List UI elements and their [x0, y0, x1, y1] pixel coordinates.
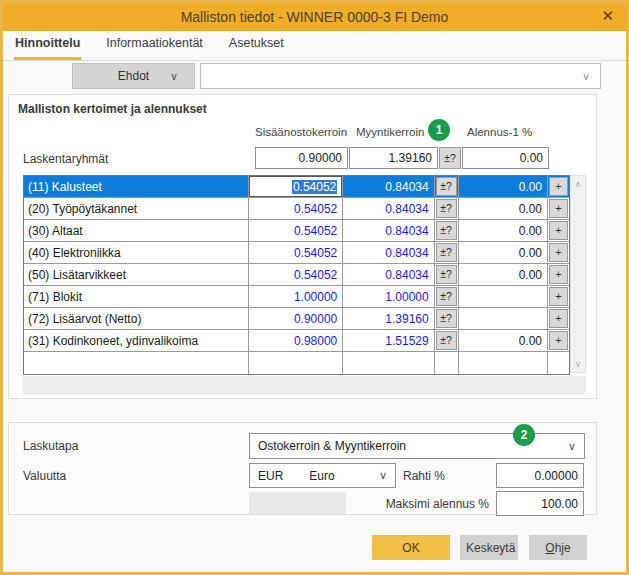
table-row[interactable]: (40) Elektroniikka 0.54052 0.84034 ±? 0.…: [24, 242, 569, 264]
sales-factor-cell[interactable]: 0.84034: [343, 242, 434, 264]
tab-hinnoittelu[interactable]: Hinnoittelu: [14, 30, 81, 60]
purchase-factor-cell[interactable]: 1.00000: [249, 286, 343, 308]
tab-informaatiokentat[interactable]: Informaatiokentät: [105, 30, 204, 60]
rahti-input[interactable]: 0.00000: [496, 463, 584, 488]
disabled-field: [249, 492, 346, 514]
plusminus-button[interactable]: ±?: [436, 243, 457, 262]
ok-button[interactable]: OK: [372, 535, 450, 560]
add-row-button[interactable]: +: [549, 287, 568, 306]
sales-factor-cell[interactable]: 0.84034: [343, 220, 434, 242]
purchase-factor-cell[interactable]: 0.54052: [249, 264, 343, 286]
pm-cell: ±?: [435, 176, 459, 198]
row-label: (11) Kalusteet: [24, 176, 249, 198]
totals-purchase-field[interactable]: 0.90000: [255, 147, 348, 169]
dialog-title: Malliston tiedot - WINNER 0000-3 FI Demo: [181, 9, 449, 25]
chevron-down-icon: ∨: [379, 469, 387, 482]
plus-cell: +: [548, 198, 569, 220]
table-row[interactable]: (31) Kodinkoneet, ydinvalikoima 0.98000 …: [24, 330, 569, 352]
plusminus-button[interactable]: ±?: [439, 147, 461, 169]
discount-cell[interactable]: [459, 308, 548, 330]
pm-cell: ±?: [435, 330, 459, 352]
plusminus-button[interactable]: ±?: [436, 221, 457, 240]
add-row-button[interactable]: +: [549, 331, 568, 350]
currency-name: Euro: [309, 469, 334, 483]
discount-cell[interactable]: 0.00: [459, 198, 548, 220]
plus-cell: [548, 352, 569, 374]
currency-select[interactable]: EUR Euro ∨: [249, 463, 396, 488]
add-row-button[interactable]: +: [549, 243, 568, 262]
section-title: Malliston kertoimet ja alennukset: [18, 102, 207, 116]
table-scrollbar[interactable]: ∧ ∨: [570, 175, 586, 373]
maksimi-alennus-label: Maksimi alennus %: [339, 497, 489, 511]
table-row[interactable]: (11) Kalusteet 0.54052 0.84034 ±? 0.00 +: [24, 176, 569, 198]
add-row-button[interactable]: +: [549, 177, 568, 196]
table-row[interactable]: (30) Altaat 0.54052 0.84034 ±? 0.00 +: [24, 220, 569, 242]
plus-cell: +: [548, 242, 569, 264]
column-header-discount: Alennus-1 %: [467, 126, 532, 138]
plusminus-button[interactable]: ±?: [436, 287, 457, 306]
sales-factor-cell[interactable]: 1.39160: [343, 308, 434, 330]
purchase-factor-cell: [249, 352, 343, 374]
settings-panel: Laskutapa Ostokerroin & Myyntikerroin ∨ …: [8, 422, 597, 515]
plus-cell: +: [548, 330, 569, 352]
row-label: (40) Elektroniikka: [24, 242, 249, 264]
discount-cell[interactable]: 0.00: [459, 220, 548, 242]
table-row[interactable]: (20) Työpöytäkannet 0.54052 0.84034 ±? 0…: [24, 198, 569, 220]
close-icon[interactable]: ✕: [601, 8, 614, 23]
plusminus-button[interactable]: ±?: [436, 331, 457, 350]
scroll-down-icon[interactable]: ∨: [575, 356, 582, 372]
sales-factor-cell[interactable]: 0.84034: [343, 264, 434, 286]
purchase-factor-cell[interactable]: 0.54052: [249, 198, 343, 220]
step-1-badge: 1: [428, 119, 450, 141]
purchase-factor-cell[interactable]: 0.98000: [249, 330, 343, 352]
plusminus-button[interactable]: ±?: [436, 177, 457, 196]
plus-cell: +: [548, 220, 569, 242]
scroll-up-icon[interactable]: ∧: [575, 176, 582, 192]
maksimi-alennus-input[interactable]: 100.00: [496, 491, 584, 516]
discount-cell[interactable]: 0.00: [459, 176, 548, 198]
discount-cell[interactable]: 0.00: [459, 330, 548, 352]
totals-discount-field[interactable]: 0.00: [462, 147, 549, 169]
purchase-factor-cell[interactable]: 0.54052: [249, 176, 343, 198]
factors-panel: Malliston kertoimet ja alennukset Sisään…: [8, 94, 597, 399]
table-row-empty[interactable]: [24, 352, 569, 374]
plusminus-button[interactable]: ±?: [436, 309, 457, 328]
column-header-purchase: Sisäänostokerroin: [255, 126, 347, 138]
column-header-sales: Myyntikerroin: [356, 126, 424, 138]
plusminus-button[interactable]: ±?: [436, 199, 457, 218]
ehdot-dropdown-button[interactable]: Ehdot ∨: [72, 63, 195, 89]
purchase-factor-cell[interactable]: 0.54052: [249, 242, 343, 264]
sales-factor-cell[interactable]: 0.84034: [343, 198, 434, 220]
add-row-button[interactable]: +: [549, 199, 568, 218]
table-row[interactable]: (50) Lisätarvikkeet 0.54052 0.84034 ±? 0…: [24, 264, 569, 286]
table-footer-filler: [23, 376, 586, 395]
tab-asetukset[interactable]: Asetukset: [228, 30, 285, 60]
table-row[interactable]: (71) Blokit 1.00000 1.00000 ±? +: [24, 286, 569, 308]
row-label: (50) Lisätarvikkeet: [24, 264, 249, 286]
purchase-factor-cell[interactable]: 0.90000: [249, 308, 343, 330]
add-row-button[interactable]: +: [549, 309, 568, 328]
totals-sales-field[interactable]: 1.39160: [349, 147, 438, 169]
cancel-button[interactable]: Keskeytä: [460, 535, 518, 560]
factors-table: (11) Kalusteet 0.54052 0.84034 ±? 0.00 +…: [23, 175, 570, 375]
sales-factor-cell[interactable]: 0.84034: [343, 176, 434, 198]
add-row-button[interactable]: +: [549, 221, 568, 240]
totals-pm-cell: ±?: [439, 147, 461, 169]
add-row-button[interactable]: +: [549, 265, 568, 284]
step-2-badge: 2: [513, 424, 535, 446]
plusminus-button[interactable]: ±?: [436, 265, 457, 284]
discount-cell[interactable]: 0.00: [459, 264, 548, 286]
discount-cell[interactable]: [459, 286, 548, 308]
discount-cell[interactable]: 0.00: [459, 242, 548, 264]
filter-combobox[interactable]: ∨: [200, 63, 601, 89]
pm-cell: ±?: [435, 308, 459, 330]
plus-cell: +: [548, 176, 569, 198]
row-label: (20) Työpöytäkannet: [24, 198, 249, 220]
valuutta-label: Valuutta: [23, 469, 66, 483]
help-button[interactable]: Ohje: [529, 535, 587, 560]
sales-factor-cell[interactable]: 1.00000: [343, 286, 434, 308]
purchase-factor-cell[interactable]: 0.54052: [249, 220, 343, 242]
chevron-down-icon: ∨: [568, 440, 576, 453]
table-row[interactable]: (72) Lisäarvot (Netto) 0.90000 1.39160 ±…: [24, 308, 569, 330]
sales-factor-cell[interactable]: 1.51529: [343, 330, 434, 352]
